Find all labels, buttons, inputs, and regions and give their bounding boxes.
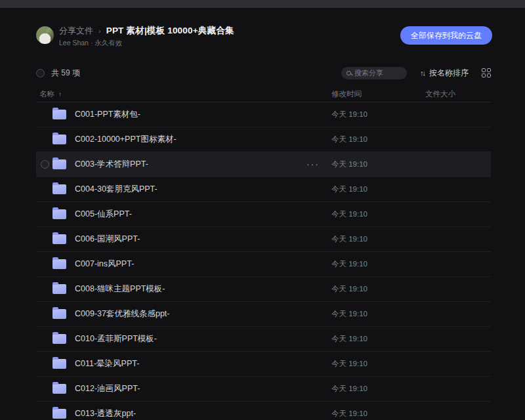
folder-icon — [52, 184, 66, 194]
table-header: 名称 ↑ 修改时间 文件大小 — [36, 87, 491, 102]
folder-icon — [52, 384, 66, 394]
modified-time: 今天 19:10 — [331, 384, 368, 394]
file-row[interactable]: C006-国潮风PPT- ··· 今天 19:10 — [36, 227, 491, 252]
share-owner-info: Lee Shan · 永久有效 — [59, 39, 122, 48]
file-name[interactable]: C003-学术答辩PPT- — [75, 159, 148, 170]
save-all-button[interactable]: 全部保存到我的云盘 — [400, 26, 492, 45]
column-header-modified: 修改时间 — [331, 89, 362, 99]
file-row[interactable]: C009-37套优雅线条感ppt- ··· 今天 19:10 — [36, 302, 491, 327]
file-name[interactable]: C005-仙系PPT- — [75, 209, 132, 220]
sort-ascending-icon: ↑ — [58, 91, 62, 98]
file-name[interactable]: C006-国潮风PPT- — [75, 234, 140, 245]
modified-time: 今天 19:10 — [331, 284, 368, 294]
folder-icon — [52, 309, 66, 319]
modified-time: 今天 19:10 — [331, 409, 368, 419]
folder-icon — [52, 409, 66, 419]
modified-time: 今天 19:10 — [331, 259, 368, 269]
row-more-button[interactable]: ··· — [306, 158, 326, 169]
modified-time: 今天 19:10 — [331, 110, 368, 119]
file-row[interactable]: C004-30套朋克风PPT- ··· 今天 19:10 — [36, 177, 491, 202]
file-name[interactable]: C013-透透灰ppt- — [75, 408, 136, 419]
folder-icon — [52, 334, 66, 344]
toolbar-right: ↑↓ 按名称排序 — [341, 67, 491, 79]
modified-time: 今天 19:10 — [331, 334, 368, 344]
modified-time: 今天 19:10 — [331, 184, 368, 194]
folder-icon — [52, 159, 66, 169]
row-select-radio[interactable] — [41, 160, 49, 169]
file-list: C001-PPT素材包- ··· 今天 19:10 C002-10000+PPT… — [36, 102, 491, 420]
grid-view-icon[interactable] — [482, 68, 491, 77]
file-row[interactable]: C002-10000+PPT图标素材- ··· 今天 19:10 — [36, 127, 491, 152]
column-header-name[interactable]: 名称 ↑ — [39, 89, 62, 99]
breadcrumb: 分享文件 › PPT 素材|模板 10000+典藏合集 — [59, 25, 234, 37]
folder-icon — [52, 135, 66, 144]
file-row[interactable]: C008-猫咪主题PPT模板- ··· 今天 19:10 — [36, 277, 491, 302]
folder-icon — [52, 259, 66, 269]
folder-icon — [52, 209, 66, 219]
avatar — [36, 26, 54, 44]
file-name[interactable]: C007-ins风PPT- — [75, 259, 134, 270]
file-name[interactable]: C010-孟菲斯PPT模板- — [75, 333, 157, 345]
page-title: PPT 素材|模板 10000+典藏合集 — [106, 25, 234, 37]
modified-time: 今天 19:10 — [331, 209, 368, 219]
folder-icon — [52, 284, 66, 294]
toolbar: 共 59 项 ↑↓ 按名称排序 — [36, 66, 491, 79]
file-name[interactable]: C012-油画风PPT- — [75, 383, 140, 394]
folder-icon — [52, 359, 66, 369]
column-name-label: 名称 — [39, 89, 54, 99]
sort-arrows-icon: ↑↓ — [420, 69, 426, 77]
search-box[interactable] — [341, 67, 407, 79]
modified-time: 今天 19:10 — [331, 159, 368, 169]
file-name[interactable]: C011-晕染风PPT- — [75, 358, 139, 369]
file-row[interactable]: C007-ins风PPT- ··· 今天 19:10 — [36, 252, 491, 277]
items-count-label: 共 59 项 — [51, 68, 80, 79]
folder-icon — [52, 110, 66, 119]
sort-label: 按名称排序 — [429, 68, 469, 79]
column-header-size: 文件大小 — [425, 89, 455, 99]
file-row[interactable]: C011-晕染风PPT- ··· 今天 19:10 — [36, 352, 491, 377]
modified-time: 今天 19:10 — [331, 309, 368, 319]
breadcrumb-root[interactable]: 分享文件 — [59, 25, 93, 37]
folder-icon — [52, 234, 66, 244]
sort-control[interactable]: ↑↓ 按名称排序 — [420, 68, 469, 79]
share-header: 分享文件 › PPT 素材|模板 10000+典藏合集 Lee Shan · 永… — [36, 25, 492, 51]
file-row[interactable]: C013-透透灰ppt- ··· 今天 19:10 — [36, 402, 491, 420]
file-row[interactable]: C012-油画风PPT- ··· 今天 19:10 — [36, 377, 491, 402]
file-name[interactable]: C009-37套优雅线条感ppt- — [75, 308, 170, 320]
file-name[interactable]: C004-30套朋克风PPT- — [75, 184, 158, 195]
select-all-checkbox[interactable] — [36, 69, 45, 77]
file-name[interactable]: C002-10000+PPT图标素材- — [75, 134, 177, 145]
file-name[interactable]: C008-猫咪主题PPT模板- — [75, 284, 165, 295]
window-top-band — [0, 0, 525, 8]
modified-time: 今天 19:10 — [331, 359, 368, 369]
breadcrumb-separator-icon: › — [98, 27, 101, 35]
file-row[interactable]: C001-PPT素材包- ··· 今天 19:10 — [36, 102, 491, 127]
file-row[interactable]: C010-孟菲斯PPT模板- ··· 今天 19:10 — [36, 327, 491, 352]
search-input[interactable] — [354, 69, 400, 77]
file-row[interactable]: C003-学术答辩PPT- ··· 今天 19:10 — [36, 152, 491, 177]
file-row[interactable]: C005-仙系PPT- ··· 今天 19:10 — [36, 202, 491, 227]
modified-time: 今天 19:10 — [331, 135, 368, 144]
file-name[interactable]: C001-PPT素材包- — [75, 109, 140, 120]
modified-time: 今天 19:10 — [331, 234, 368, 244]
search-icon — [346, 71, 351, 75]
